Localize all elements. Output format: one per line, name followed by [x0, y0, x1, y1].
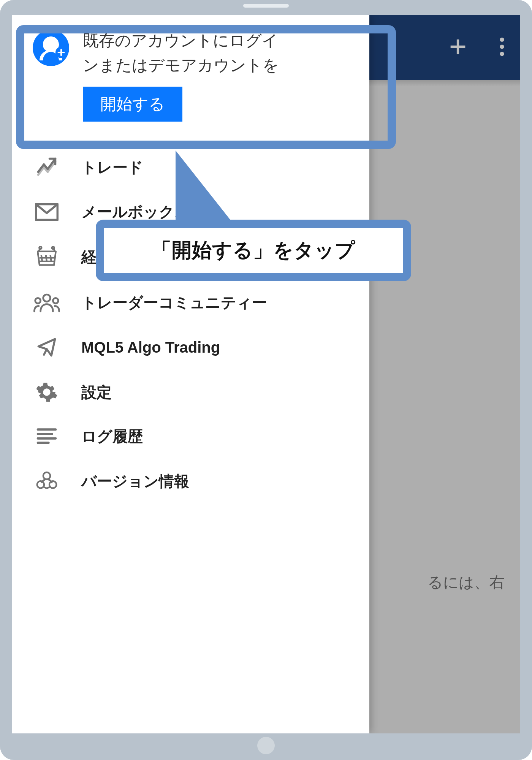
- trend-icon: [33, 156, 60, 179]
- nav-drawer: 既存のアカウントにログイ ンまたはデモアカウントを 開始する トレード: [12, 15, 369, 733]
- menu-item-about[interactable]: バージョン情報: [12, 458, 369, 504]
- drawer-header: 既存のアカウントにログイ ンまたはデモアカウントを 開始する: [12, 15, 369, 136]
- community-icon: [33, 291, 60, 314]
- calendar-icon: [33, 245, 60, 269]
- about-icon: [33, 470, 60, 492]
- menu-label-algo: MQL5 Algo Trading: [81, 339, 220, 356]
- menu-item-log[interactable]: ログ履歴: [12, 415, 369, 458]
- svg-point-6: [39, 247, 41, 249]
- gear-icon: [33, 381, 60, 403]
- menu-label-mail: メールボックス: [81, 201, 190, 222]
- menu-label-community: トレーダーコミュニティー: [81, 292, 267, 313]
- svg-point-9: [35, 298, 41, 304]
- annotation-callout: 「開始する」をタップ: [96, 220, 411, 281]
- avatar-add-icon[interactable]: [33, 61, 69, 67]
- svg-point-12: [43, 472, 50, 479]
- mail-icon: [33, 203, 60, 222]
- svg-point-7: [52, 247, 54, 249]
- svg-point-10: [53, 298, 58, 304]
- login-prompt: 既存のアカウントにログイ ンまたはデモアカウントを: [83, 28, 354, 78]
- annotation-callout-pointer: [176, 150, 233, 223]
- menu-label-settings: 設定: [81, 382, 112, 403]
- menu-item-algo[interactable]: MQL5 Algo Trading: [12, 325, 369, 370]
- svg-point-11: [44, 390, 50, 395]
- menu-label-trade: トレード: [81, 157, 143, 178]
- send-icon: [33, 336, 60, 358]
- menu-item-community[interactable]: トレーダーコミュニティー: [12, 280, 369, 325]
- log-icon: [33, 427, 60, 446]
- menu-label-log: ログ履歴: [81, 426, 143, 447]
- svg-point-8: [43, 294, 51, 302]
- menu-item-settings[interactable]: 設定: [12, 370, 369, 415]
- start-button[interactable]: 開始する: [83, 87, 182, 122]
- menu-label-about: バージョン情報: [81, 471, 189, 492]
